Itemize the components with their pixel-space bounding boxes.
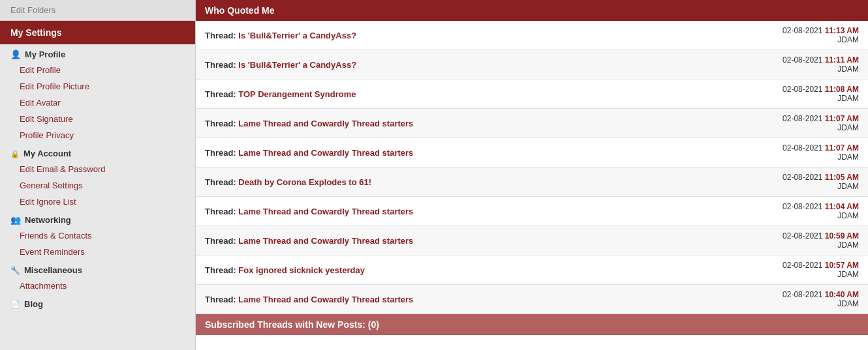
sidebar-item-edit-ignore-list[interactable]: Edit Ignore List: [0, 194, 195, 210]
sidebar-item-event-reminders[interactable]: Event Reminders: [0, 244, 195, 260]
sidebar-item-edit-avatar[interactable]: Edit Avatar: [0, 95, 195, 111]
thread-meta: 02-08-2021 10:40 AM JDAM: [783, 290, 859, 308]
blog-label: Blog: [24, 299, 43, 309]
sidebar-item-edit-folders[interactable]: Edit Folders: [0, 0, 195, 21]
lock-icon: [10, 149, 20, 158]
thread-title[interactable]: Thread: Fox ignored sicknick yesterday: [205, 265, 365, 275]
blog-icon: [10, 299, 20, 309]
thread-title[interactable]: Thread: Death by Corona Explodes to 61!: [205, 177, 371, 187]
sidebar-item-edit-signature[interactable]: Edit Signature: [0, 111, 195, 127]
who-quoted-header: Who Quoted Me: [196, 0, 868, 21]
thread-title[interactable]: Thread: Is 'Bull&Terrier' a CandyAss?: [205, 60, 356, 70]
thread-meta: 02-08-2021 10:59 AM JDAM: [783, 231, 859, 250]
misc-icon: [10, 265, 20, 275]
table-row[interactable]: Thread: Lame Thread and Cowardly Thread …: [196, 138, 868, 168]
table-row[interactable]: Thread: Is 'Bull&Terrier' a CandyAss? 02…: [196, 50, 868, 80]
edit-folders-label: Edit Folders: [10, 5, 55, 15]
sidebar-item-profile-privacy[interactable]: Profile Privacy: [0, 127, 195, 143]
sidebar-item-friends-contacts[interactable]: Friends & Contacts: [0, 227, 195, 244]
table-row[interactable]: Thread: Is 'Bull&Terrier' a CandyAss? 02…: [196, 21, 868, 50]
thread-title[interactable]: Thread: Lame Thread and Cowardly Thread …: [205, 295, 413, 304]
my-profile-label: My Profile: [25, 50, 65, 59]
my-settings-label: My Settings: [10, 27, 62, 38]
thread-title[interactable]: Thread: TOP Derangement Syndrome: [205, 89, 356, 99]
thread-meta: 02-08-2021 11:11 AM JDAM: [783, 55, 859, 74]
sidebar-section-header: My Settings: [0, 21, 195, 44]
sidebar-item-attachments[interactable]: Attachments: [0, 278, 195, 294]
subscribed-threads-header: Subscribed Threads with New Posts: (0): [196, 314, 868, 335]
sidebar-group-networking[interactable]: Networking: [0, 210, 195, 227]
sidebar-group-my-account[interactable]: My Account: [0, 143, 195, 161]
thread-meta: 02-08-2021 11:08 AM JDAM: [783, 85, 859, 103]
table-row[interactable]: Thread: Lame Thread and Cowardly Thread …: [196, 109, 868, 138]
thread-list: Thread: Is 'Bull&Terrier' a CandyAss? 02…: [196, 21, 868, 314]
thread-meta: 02-08-2021 11:05 AM JDAM: [783, 173, 859, 191]
sidebar: Edit Folders My Settings My Profile Edit…: [0, 0, 196, 350]
thread-title[interactable]: Thread: Lame Thread and Cowardly Thread …: [205, 236, 413, 246]
my-account-label: My Account: [23, 149, 71, 158]
thread-title[interactable]: Thread: Lame Thread and Cowardly Thread …: [205, 207, 413, 216]
thread-meta: 02-08-2021 11:07 AM JDAM: [783, 114, 859, 132]
miscellaneous-label: Miscellaneous: [24, 265, 82, 275]
table-row[interactable]: Thread: Lame Thread and Cowardly Thread …: [196, 197, 868, 226]
main-content: Who Quoted Me Thread: Is 'Bull&Terrier' …: [196, 0, 868, 350]
table-row[interactable]: Thread: TOP Derangement Syndrome 02-08-2…: [196, 80, 868, 109]
sidebar-item-edit-email-password[interactable]: Edit Email & Password: [0, 161, 195, 177]
thread-title[interactable]: Thread: Lame Thread and Cowardly Thread …: [205, 119, 413, 128]
network-icon: [10, 215, 21, 225]
sidebar-item-edit-profile[interactable]: Edit Profile: [0, 62, 195, 78]
sidebar-group-my-profile[interactable]: My Profile: [0, 44, 195, 62]
table-row[interactable]: Thread: Lame Thread and Cowardly Thread …: [196, 226, 868, 255]
thread-title[interactable]: Thread: Is 'Bull&Terrier' a CandyAss?: [205, 31, 356, 40]
thread-meta: 02-08-2021 10:57 AM JDAM: [783, 261, 859, 279]
sidebar-item-edit-profile-picture[interactable]: Edit Profile Picture: [0, 78, 195, 95]
thread-title[interactable]: Thread: Lame Thread and Cowardly Thread …: [205, 148, 413, 158]
sidebar-item-general-settings[interactable]: General Settings: [0, 177, 195, 194]
person-icon: [10, 50, 21, 59]
table-row[interactable]: Thread: Lame Thread and Cowardly Thread …: [196, 285, 868, 314]
networking-label: Networking: [25, 215, 71, 225]
sidebar-group-miscellaneous[interactable]: Miscellaneous: [0, 260, 195, 278]
thread-meta: 02-08-2021 11:13 AM JDAM: [783, 26, 859, 44]
thread-meta: 02-08-2021 11:04 AM JDAM: [783, 202, 859, 220]
table-row[interactable]: Thread: Death by Corona Explodes to 61! …: [196, 168, 868, 197]
thread-meta: 02-08-2021 11:07 AM JDAM: [783, 143, 859, 162]
table-row[interactable]: Thread: Fox ignored sicknick yesterday 0…: [196, 255, 868, 285]
sidebar-group-blog[interactable]: Blog: [0, 294, 195, 312]
